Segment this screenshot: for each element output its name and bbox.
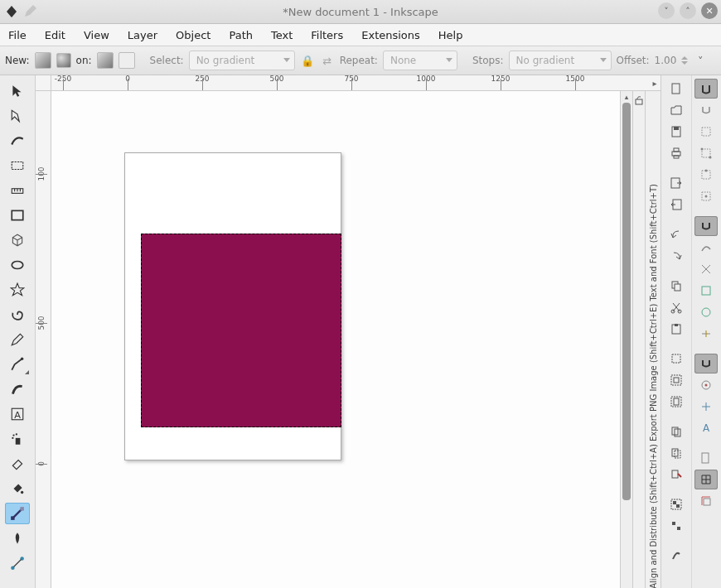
- clone-button[interactable]: [665, 443, 688, 463]
- chevron-down-icon[interactable]: ˅: [693, 53, 708, 68]
- titlebar: *New document 1 - Inkscape ˅ ˄ ✕: [0, 0, 721, 24]
- reverse-icon[interactable]: ⇄: [320, 53, 335, 68]
- snap-guide-button[interactable]: [694, 491, 718, 511]
- box3d-tool[interactable]: [5, 229, 30, 251]
- horizontal-ruler[interactable]: -250 0 250 500 750 1000 1250 1500: [51, 75, 649, 91]
- svg-rect-50: [677, 527, 680, 530]
- snap-smooth-button[interactable]: [694, 302, 718, 322]
- snap-bbox-corner-button[interactable]: [694, 143, 718, 163]
- snap-line-midpoint-button[interactable]: [694, 324, 718, 344]
- ellipse-tool[interactable]: [5, 254, 30, 276]
- calligraphy-tool[interactable]: [5, 378, 30, 400]
- measure-tool[interactable]: [5, 180, 30, 201]
- canvas-area: -250 0 250 500 750 1000 1250 1500 ▸: [36, 75, 661, 588]
- gradient-tool[interactable]: [5, 503, 30, 524]
- ungroup-button[interactable]: [665, 516, 688, 536]
- snap-bbox-button[interactable]: [694, 100, 718, 120]
- canvas[interactable]: [51, 91, 620, 588]
- dropper-tool[interactable]: [5, 528, 30, 549]
- selector-tool[interactable]: [5, 80, 30, 102]
- zoom-drawing-button[interactable]: [665, 370, 688, 390]
- maximize-button[interactable]: ˄: [680, 2, 696, 19]
- snap-others-button[interactable]: [694, 354, 718, 374]
- zoom-selection-button[interactable]: [665, 349, 688, 369]
- menu-edit[interactable]: Edit: [41, 27, 69, 44]
- export-button[interactable]: [665, 195, 688, 214]
- select-gradient-value: No gradient: [196, 55, 255, 66]
- redo-button[interactable]: [665, 246, 688, 266]
- snap-bbox-edge-button[interactable]: [694, 122, 718, 142]
- paste-button[interactable]: [665, 319, 688, 339]
- radial-gradient-swatch[interactable]: [56, 53, 71, 68]
- unlink-clone-button[interactable]: [665, 465, 688, 484]
- save-button[interactable]: [665, 122, 688, 142]
- ruler-arrow-icon[interactable]: ▸: [649, 75, 661, 91]
- fill-stroke-button[interactable]: [665, 546, 688, 566]
- menu-view[interactable]: View: [80, 27, 113, 44]
- minimize-button[interactable]: ˅: [658, 2, 675, 19]
- duplicate-button[interactable]: [665, 422, 688, 441]
- dock-tabs[interactable]: Align and Distribute (Shift+Ctrl+A) Expo…: [645, 91, 661, 588]
- snap-grid-button[interactable]: [694, 470, 718, 489]
- close-button[interactable]: ✕: [701, 2, 718, 19]
- spray-tool[interactable]: [5, 428, 30, 450]
- snap-rotation-center-button[interactable]: [694, 397, 718, 417]
- copy-button[interactable]: [665, 276, 688, 296]
- vertical-scrollbar[interactable]: ▴: [620, 91, 632, 588]
- zoom-page-button[interactable]: [665, 392, 688, 412]
- import-button[interactable]: [665, 173, 688, 193]
- repeat-combo[interactable]: None: [383, 51, 457, 70]
- on-stroke-swatch[interactable]: [119, 52, 135, 69]
- snap-bbox-midpoint-button[interactable]: [694, 165, 718, 185]
- menu-object[interactable]: Object: [172, 27, 214, 44]
- snap-bbox-center-button[interactable]: [694, 186, 718, 206]
- undo-button[interactable]: [665, 224, 688, 244]
- vertical-ruler[interactable]: 100 500 0: [36, 91, 51, 588]
- menu-text[interactable]: Text: [268, 27, 296, 44]
- star-tool[interactable]: [5, 279, 30, 301]
- rectangle-shape[interactable]: [141, 234, 341, 427]
- eraser-tool[interactable]: [5, 453, 30, 475]
- menu-path[interactable]: Path: [225, 27, 256, 44]
- svg-line-20: [14, 560, 22, 567]
- menu-help[interactable]: Help: [435, 27, 467, 44]
- lock-icon[interactable]: 🔒: [300, 53, 315, 68]
- app-icon: [5, 5, 18, 18]
- rectangle-tool[interactable]: [5, 205, 30, 226]
- snap-text-baseline-button[interactable]: A: [694, 418, 718, 438]
- menu-filters[interactable]: Filters: [307, 27, 346, 44]
- snap-path-intersect-button[interactable]: [694, 259, 718, 279]
- scrollbar-thumb[interactable]: [622, 103, 631, 500]
- tweak-tool[interactable]: [5, 130, 30, 152]
- open-button[interactable]: [665, 100, 688, 120]
- snap-object-center-button[interactable]: [694, 375, 718, 395]
- cut-button[interactable]: [665, 297, 688, 317]
- menu-extensions[interactable]: Extensions: [358, 27, 423, 44]
- menu-file[interactable]: File: [5, 27, 30, 44]
- pencil-tool[interactable]: [5, 329, 30, 350]
- print-button[interactable]: [665, 143, 688, 163]
- paint-bucket-tool[interactable]: [5, 478, 30, 499]
- stops-combo[interactable]: No gradient: [509, 51, 612, 70]
- snap-path-button[interactable]: [694, 238, 718, 258]
- bezier-tool[interactable]: [5, 354, 30, 375]
- group-button[interactable]: [665, 494, 688, 514]
- linear-gradient-swatch[interactable]: [35, 52, 51, 69]
- svg-rect-25: [672, 152, 680, 156]
- node-tool[interactable]: [5, 105, 30, 127]
- zoom-tool[interactable]: [5, 155, 30, 176]
- svg-rect-26: [674, 148, 679, 152]
- snap-page-border-button[interactable]: [694, 448, 718, 468]
- offset-spinner[interactable]: [681, 51, 688, 70]
- on-fill-swatch[interactable]: [97, 52, 114, 69]
- dock-lock-icon[interactable]: [632, 91, 645, 588]
- snap-enable-button[interactable]: [694, 79, 718, 99]
- text-tool[interactable]: A: [5, 403, 30, 425]
- connector-tool[interactable]: [5, 552, 30, 574]
- new-document-button[interactable]: [665, 79, 688, 99]
- select-gradient-combo[interactable]: No gradient: [189, 51, 295, 70]
- snap-cusp-button[interactable]: [694, 281, 718, 301]
- menu-layer[interactable]: Layer: [124, 27, 161, 44]
- spiral-tool[interactable]: [5, 304, 30, 325]
- snap-nodes-button[interactable]: [694, 216, 718, 236]
